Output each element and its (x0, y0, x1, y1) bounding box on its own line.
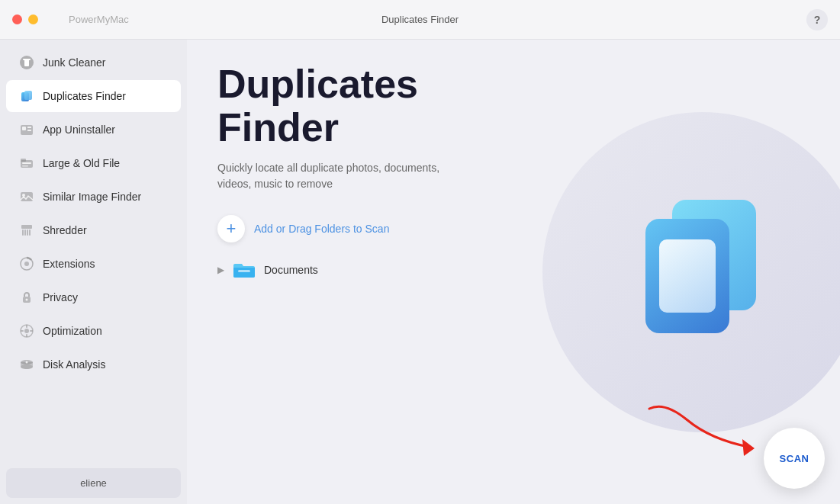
junk-cleaner-icon (18, 54, 35, 71)
sidebar-item-disk-analysis[interactable]: Disk Analysis (6, 348, 181, 380)
svg-point-25 (24, 329, 29, 333)
svg-rect-15 (21, 225, 32, 229)
app-name-label: PowerMyMac (69, 14, 129, 25)
sidebar-item-label: Privacy (43, 291, 78, 303)
page-description: Quickly locate all duplicate photos, doc… (217, 160, 462, 192)
content-inner: Duplicates Finder Quickly locate all dup… (187, 40, 840, 504)
disk-analysis-icon (18, 356, 35, 373)
sidebar-item-label: Duplicates Finder (43, 90, 126, 102)
sidebar-item-large-old-file[interactable]: Large & Old File (6, 147, 181, 179)
add-circle-icon[interactable]: + (217, 215, 245, 242)
sidebar-item-label: Similar Image Finder (43, 191, 141, 203)
scan-button[interactable]: SCAN (764, 428, 825, 489)
svg-point-31 (21, 364, 33, 369)
svg-rect-18 (27, 230, 28, 236)
titlebar: PowerMyMac Duplicates Finder ? (0, 0, 840, 40)
sidebar-item-similar-image-finder[interactable]: Similar Image Finder (6, 181, 181, 213)
svg-rect-13 (21, 192, 33, 201)
scan-button-container: SCAN (764, 428, 825, 489)
optimization-icon (18, 323, 35, 339)
close-button[interactable] (12, 14, 22, 24)
svg-rect-33 (238, 270, 250, 272)
svg-rect-10 (21, 159, 26, 162)
svg-rect-8 (27, 130, 31, 131)
svg-rect-12 (22, 165, 28, 167)
sidebar-item-label: Disk Analysis (43, 358, 105, 371)
privacy-icon (18, 289, 35, 306)
svg-rect-27 (26, 334, 27, 337)
shredder-icon (18, 222, 35, 239)
sidebar-item-app-uninstaller[interactable]: App Uninstaller (6, 114, 181, 146)
sidebar-item-optimization[interactable]: Optimization (6, 315, 181, 347)
svg-point-23 (26, 299, 28, 301)
duplicates-finder-icon (18, 88, 35, 104)
svg-rect-16 (22, 230, 24, 236)
sidebar-item-shredder[interactable]: Shredder (6, 214, 181, 246)
traffic-lights (12, 14, 38, 24)
sidebar-item-extensions[interactable]: Extensions (6, 248, 181, 280)
help-button[interactable]: ? (806, 9, 828, 30)
sidebar-item-label: Junk Cleaner (43, 56, 106, 69)
minimize-button[interactable] (28, 14, 38, 24)
page-title: Duplicates Finder (217, 63, 809, 149)
svg-rect-1 (24, 59, 29, 66)
svg-rect-7 (27, 127, 31, 128)
content-left: Duplicates Finder Quickly locate all dup… (217, 63, 809, 489)
svg-rect-11 (22, 162, 31, 164)
window-title: Duplicates Finder (381, 14, 459, 25)
user-label[interactable]: eliene (6, 468, 181, 498)
sidebar-item-junk-cleaner[interactable]: Junk Cleaner (6, 47, 181, 79)
svg-rect-17 (24, 230, 26, 236)
sidebar-item-label: Optimization (43, 325, 102, 337)
sidebar-item-privacy[interactable]: Privacy (6, 281, 181, 313)
svg-rect-4 (24, 91, 32, 100)
svg-rect-28 (21, 330, 24, 332)
svg-rect-19 (29, 230, 31, 236)
folder-icon (232, 259, 256, 281)
sidebar-item-label: Shredder (43, 224, 87, 236)
extensions-icon (18, 255, 35, 272)
add-folder-label: Add or Drag Folders to Scan (254, 223, 389, 235)
sidebar-item-label: Extensions (43, 258, 95, 270)
folder-item-documents[interactable]: ▶ Documents (217, 255, 809, 285)
add-folder-button[interactable]: + Add or Drag Folders to Scan (217, 215, 809, 242)
main-layout: Junk Cleaner (0, 40, 840, 504)
svg-point-21 (24, 262, 29, 266)
svg-rect-26 (26, 325, 27, 328)
content-area: Duplicates Finder Quickly locate all dup… (187, 40, 840, 504)
sidebar-item-label: App Uninstaller (43, 124, 115, 136)
svg-point-32 (26, 361, 28, 364)
svg-rect-29 (30, 330, 33, 332)
large-old-file-icon (18, 155, 35, 172)
svg-rect-6 (22, 127, 26, 130)
similar-image-finder-icon (18, 188, 35, 205)
folder-chevron-icon: ▶ (217, 265, 224, 275)
sidebar-item-label: Large & Old File (43, 157, 120, 169)
sidebar-item-duplicates-finder[interactable]: Duplicates Finder (6, 80, 181, 112)
folder-name: Documents (264, 264, 318, 276)
app-uninstaller-icon (18, 121, 35, 138)
svg-rect-2 (23, 59, 31, 60)
sidebar: Junk Cleaner (0, 40, 187, 504)
